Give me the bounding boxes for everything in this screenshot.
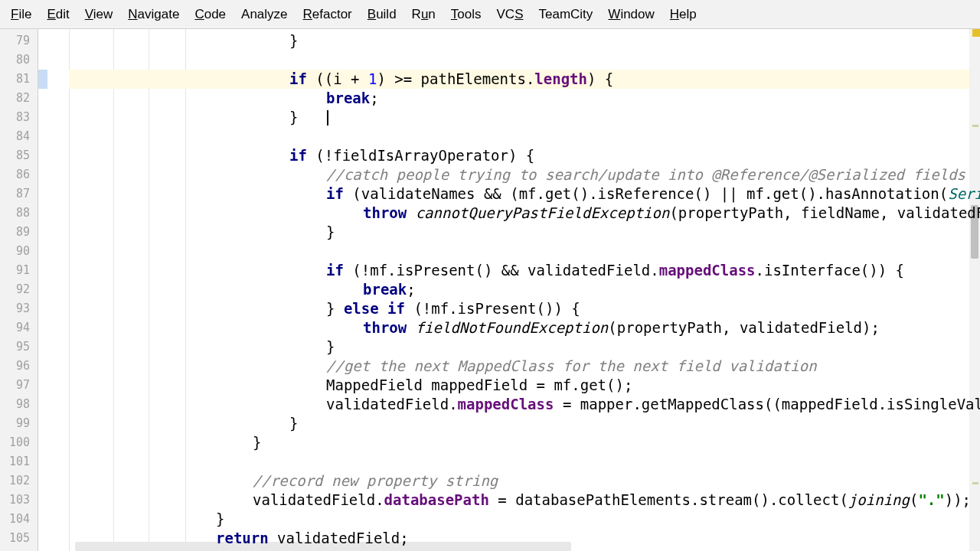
code-line[interactable]: } bbox=[69, 337, 980, 357]
code-line[interactable]: throw fieldNotFoundException(propertyPat… bbox=[69, 318, 980, 337]
menu-code[interactable]: Code bbox=[187, 4, 234, 25]
menu-view[interactable]: View bbox=[77, 4, 121, 25]
line-number: 94 bbox=[0, 318, 30, 337]
code-line[interactable]: MappedField mappedField = mf.get(); bbox=[69, 376, 980, 395]
line-number: 92 bbox=[0, 280, 30, 299]
line-number-gutter: 7980818283848586878889909192939495969798… bbox=[0, 29, 38, 551]
code-area[interactable]: }if ((i + 1) >= pathElements.length) {br… bbox=[69, 29, 980, 551]
line-number: 105 bbox=[0, 529, 30, 548]
line-number: 103 bbox=[0, 491, 30, 510]
line-number: 84 bbox=[0, 127, 30, 146]
code-line[interactable] bbox=[69, 242, 980, 261]
code-line[interactable]: if (!fieldIsArrayOperator) { bbox=[69, 146, 980, 165]
code-line[interactable]: } else if (!mf.isPresent()) { bbox=[69, 299, 980, 318]
menu-file[interactable]: File bbox=[3, 4, 39, 25]
menu-teamcity[interactable]: TeamCity bbox=[531, 4, 600, 25]
line-number: 97 bbox=[0, 376, 30, 395]
line-number: 80 bbox=[0, 51, 30, 70]
code-line[interactable]: //get the next MappedClass for the next … bbox=[69, 357, 980, 376]
line-number: 89 bbox=[0, 223, 30, 242]
menu-build[interactable]: Build bbox=[360, 4, 404, 25]
menu-vcs[interactable]: VCS bbox=[489, 4, 531, 25]
highlight-marker bbox=[972, 482, 978, 484]
code-line[interactable]: } bbox=[69, 414, 980, 433]
menu-run[interactable]: Run bbox=[404, 4, 443, 25]
text-caret bbox=[327, 110, 328, 126]
code-line[interactable]: break; bbox=[69, 89, 980, 108]
code-line[interactable]: } bbox=[69, 433, 980, 452]
code-line[interactable]: throw cannotQueryPastFieldException(prop… bbox=[69, 204, 980, 223]
warning-marker-icon bbox=[972, 29, 980, 37]
code-line[interactable]: if (!mf.isPresent() && validatedField.ma… bbox=[69, 261, 980, 280]
line-number: 93 bbox=[0, 299, 30, 318]
line-number: 102 bbox=[0, 471, 30, 491]
main-menu-bar: FileEditViewNavigateCodeAnalyzeRefactorB… bbox=[0, 0, 980, 29]
line-number: 88 bbox=[0, 204, 30, 223]
code-line[interactable]: break; bbox=[69, 280, 980, 299]
line-number: 79 bbox=[0, 31, 30, 51]
code-line[interactable]: } bbox=[69, 108, 980, 127]
menu-navigate[interactable]: Navigate bbox=[120, 4, 187, 25]
code-editor[interactable]: 7980818283848586878889909192939495969798… bbox=[0, 29, 980, 551]
code-line[interactable]: } bbox=[69, 31, 980, 51]
line-number: 81 bbox=[0, 70, 30, 89]
code-line[interactable] bbox=[69, 127, 980, 146]
line-number: 82 bbox=[0, 89, 30, 108]
line-number: 95 bbox=[0, 337, 30, 357]
fold-gutter bbox=[38, 29, 69, 551]
line-number: 90 bbox=[0, 242, 30, 261]
menu-edit[interactable]: Edit bbox=[39, 4, 77, 25]
line-number: 101 bbox=[0, 452, 30, 471]
line-number: 83 bbox=[0, 108, 30, 127]
line-number: 85 bbox=[0, 146, 30, 165]
code-line[interactable] bbox=[69, 452, 980, 471]
line-number: 96 bbox=[0, 357, 30, 376]
menu-help[interactable]: Help bbox=[662, 4, 704, 25]
line-number: 98 bbox=[0, 395, 30, 414]
code-line[interactable]: //record new property string bbox=[69, 471, 980, 491]
code-line[interactable]: } bbox=[69, 223, 980, 242]
line-number: 86 bbox=[0, 165, 30, 184]
vertical-scrollbar[interactable] bbox=[969, 29, 980, 551]
line-number: 87 bbox=[0, 184, 30, 204]
line-number: 104 bbox=[0, 510, 30, 529]
code-line[interactable]: if (validateNames && (mf.get().isReferen… bbox=[69, 184, 980, 204]
code-line[interactable]: } bbox=[69, 510, 980, 529]
menu-refactor[interactable]: Refactor bbox=[296, 4, 360, 25]
code-line[interactable]: if ((i + 1) >= pathElements.length) { bbox=[69, 70, 980, 89]
code-line[interactable]: validatedField.databasePath = databasePa… bbox=[69, 491, 980, 510]
line-number: 99 bbox=[0, 414, 30, 433]
menu-analyze[interactable]: Analyze bbox=[234, 4, 295, 25]
menu-tools[interactable]: Tools bbox=[443, 4, 489, 25]
code-line[interactable]: //catch people trying to search/update i… bbox=[69, 165, 980, 184]
line-number: 100 bbox=[0, 433, 30, 452]
highlight-marker bbox=[972, 125, 978, 127]
line-number: 91 bbox=[0, 261, 30, 280]
code-line[interactable]: validatedField.mappedClass = mapper.getM… bbox=[69, 395, 980, 414]
menu-window[interactable]: Window bbox=[600, 4, 662, 25]
code-line[interactable] bbox=[69, 51, 980, 70]
